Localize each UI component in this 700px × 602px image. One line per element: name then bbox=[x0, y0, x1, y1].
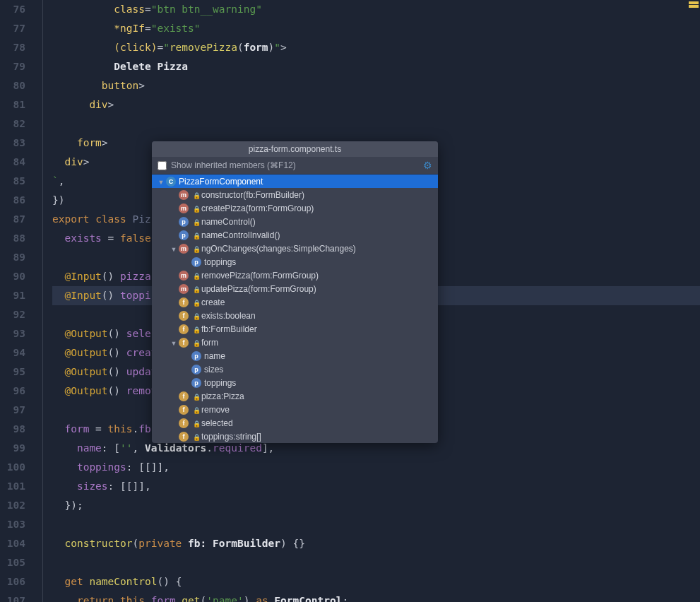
lock-icon: 🔒 bbox=[193, 326, 198, 332]
tree-item-label: nameControl() bbox=[201, 217, 256, 227]
tree-item[interactable]: p🔒nameControl() bbox=[152, 215, 438, 228]
field-icon: f bbox=[179, 338, 189, 348]
chevron-down-icon[interactable]: ▼ bbox=[170, 340, 177, 347]
tree-item[interactable]: m🔒constructor(fb:FormBuilder) bbox=[152, 188, 438, 201]
method-icon: m bbox=[179, 284, 189, 294]
line-number: 97 bbox=[0, 401, 25, 420]
tree-item[interactable]: m🔒removePizza(form:FormGroup) bbox=[152, 268, 438, 282]
code-line[interactable]: return this.form.get('name') as FormCont… bbox=[52, 591, 700, 602]
line-number: 103 bbox=[0, 515, 25, 534]
tree-item-label: selected bbox=[201, 418, 233, 428]
fold-column bbox=[32, 0, 52, 602]
code-line[interactable]: div> bbox=[52, 95, 700, 114]
line-number: 94 bbox=[0, 343, 25, 362]
tree-item[interactable]: ▼CPizzaFormComponent bbox=[152, 175, 438, 188]
code-line[interactable]: class="btn btn__warning" bbox=[52, 0, 700, 19]
lock-icon: 🔒 bbox=[193, 232, 198, 238]
code-line[interactable] bbox=[52, 114, 700, 134]
tree-item[interactable]: p🔒nameControlInvalid() bbox=[152, 228, 438, 242]
line-number: 84 bbox=[0, 153, 25, 172]
line-number: 89 bbox=[0, 248, 25, 267]
line-number: 93 bbox=[0, 324, 25, 343]
tree-item[interactable]: f🔒remove bbox=[152, 403, 438, 416]
code-line[interactable]: constructor(private fb: FormBuilder) {} bbox=[52, 534, 700, 553]
tree-item-label: sizes bbox=[204, 365, 223, 374]
lock-icon: 🔒 bbox=[193, 273, 198, 278]
tree-item[interactable]: f🔒selected bbox=[152, 416, 438, 430]
lock-icon: 🔒 bbox=[193, 286, 198, 292]
code-line[interactable]: *ngIf="exists" bbox=[52, 19, 700, 38]
tree-item[interactable]: f🔒exists:boolean bbox=[152, 309, 438, 322]
line-number: 90 bbox=[0, 267, 25, 286]
tree-item-label: toppings:string[] bbox=[201, 432, 261, 442]
line-number: 87 bbox=[0, 210, 25, 229]
line-number: 101 bbox=[0, 477, 25, 496]
show-inherited-label: Show inherited members (⌘F12) bbox=[171, 160, 296, 170]
line-number: 85 bbox=[0, 172, 25, 191]
method-icon: m bbox=[179, 244, 189, 254]
line-number: 88 bbox=[0, 229, 25, 248]
code-line[interactable]: (click)="removePizza(form)"> bbox=[52, 38, 700, 57]
lock-icon: 🔒 bbox=[193, 300, 198, 305]
tree-item-label: PizzaFormComponent bbox=[179, 177, 263, 187]
code-line[interactable]: }); bbox=[52, 496, 700, 515]
chevron-down-icon[interactable]: ▼ bbox=[170, 246, 177, 253]
prop-icon: p bbox=[179, 217, 189, 227]
chevron-down-icon[interactable]: ▼ bbox=[158, 179, 165, 186]
lock-icon: 🔒 bbox=[193, 192, 198, 198]
tree-item-label: nameControlInvalid() bbox=[201, 230, 280, 240]
tree-item[interactable]: m🔒updatePizza(form:FormGroup) bbox=[152, 282, 438, 295]
field-icon: f bbox=[179, 418, 189, 428]
code-line[interactable]: Delete Pizza bbox=[52, 57, 700, 76]
tree-item[interactable]: ptoppings bbox=[152, 255, 438, 268]
line-number: 83 bbox=[0, 134, 25, 153]
field-icon: f bbox=[179, 405, 189, 415]
tree-item-label: removePizza(form:FormGroup) bbox=[201, 271, 319, 281]
prop-icon: p bbox=[191, 257, 201, 267]
tree-item-label: toppings bbox=[204, 378, 236, 388]
gear-icon[interactable]: ⚙ bbox=[423, 160, 432, 171]
tree-item-label: updatePizza(form:FormGroup) bbox=[201, 284, 316, 294]
field-icon: f bbox=[179, 324, 189, 334]
tree-item-label: form bbox=[201, 338, 218, 348]
method-icon: m bbox=[179, 271, 189, 281]
code-line[interactable] bbox=[52, 553, 700, 572]
code-line[interactable]: get nameControl() { bbox=[52, 572, 700, 591]
tree-item[interactable]: f🔒fb:FormBuilder bbox=[152, 322, 438, 336]
tree-item[interactable]: ▼m🔒ngOnChanges(changes:SimpleChanges) bbox=[152, 242, 438, 255]
code-line[interactable] bbox=[52, 515, 700, 534]
tree-item-label: pizza:Pizza bbox=[201, 391, 244, 401]
field-icon: f bbox=[179, 391, 189, 401]
gutter: 7677787980818283848586878889909192939495… bbox=[0, 0, 32, 602]
line-number: 96 bbox=[0, 382, 25, 401]
tree-item[interactable]: f🔒create bbox=[152, 295, 438, 309]
structure-tree[interactable]: ▼CPizzaFormComponentm🔒constructor(fb:For… bbox=[152, 175, 438, 443]
tree-item[interactable]: f🔒pizza:Pizza bbox=[152, 389, 438, 403]
file-structure-popup[interactable]: pizza-form.component.ts Show inherited m… bbox=[152, 141, 438, 443]
lock-icon: 🔒 bbox=[193, 340, 198, 346]
line-number: 106 bbox=[0, 572, 25, 591]
prop-icon: p bbox=[191, 378, 201, 388]
code-line[interactable]: sizes: [[]], bbox=[52, 477, 700, 496]
tree-item[interactable]: f🔒toppings:string[] bbox=[152, 430, 438, 443]
tree-item[interactable]: m🔒createPizza(form:FormGroup) bbox=[152, 201, 438, 215]
lock-icon: 🔒 bbox=[193, 394, 198, 399]
show-inherited-checkbox[interactable] bbox=[158, 161, 167, 170]
lock-icon: 🔒 bbox=[193, 407, 198, 413]
line-number: 80 bbox=[0, 76, 25, 95]
tree-item-label: exists:boolean bbox=[201, 311, 256, 321]
lock-icon: 🔒 bbox=[193, 246, 198, 252]
field-icon: f bbox=[179, 311, 189, 321]
line-number: 100 bbox=[0, 458, 25, 477]
line-number: 82 bbox=[0, 114, 25, 134]
tree-item-label: remove bbox=[201, 405, 230, 415]
overview-marker bbox=[689, 5, 699, 8]
code-line[interactable]: button> bbox=[52, 76, 700, 95]
tree-item[interactable]: pname bbox=[152, 349, 438, 362]
prop-icon: p bbox=[179, 230, 189, 240]
tree-item[interactable]: ▼f🔒form bbox=[152, 336, 438, 349]
tree-item[interactable]: ptoppings bbox=[152, 376, 438, 389]
lock-icon: 🔒 bbox=[193, 434, 198, 439]
tree-item[interactable]: psizes bbox=[152, 362, 438, 376]
code-line[interactable]: toppings: [[]], bbox=[52, 458, 700, 477]
